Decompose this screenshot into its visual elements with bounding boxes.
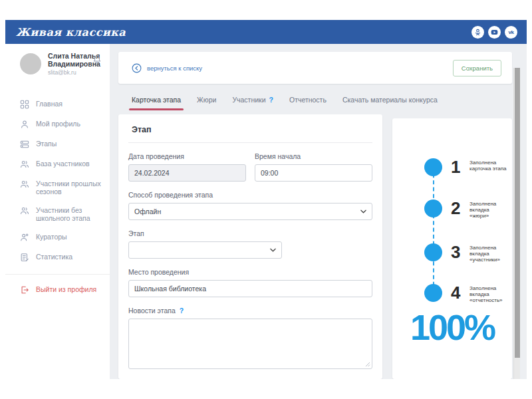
logout-icon bbox=[20, 285, 29, 295]
logo: Живая классика bbox=[16, 26, 126, 39]
stage-select[interactable] bbox=[128, 241, 282, 259]
main-content: вернуться к списку Сохранить Карточка эт… bbox=[110, 44, 520, 379]
sidebar-item-curators[interactable]: Кураторы bbox=[5, 227, 110, 247]
odnoklassniki-icon[interactable] bbox=[471, 26, 484, 39]
scrollbar-thumb[interactable] bbox=[515, 68, 520, 358]
mode-select[interactable]: Офлайн bbox=[128, 203, 372, 220]
tab-bar: Карточка этапа Жюри Участники? Отчетност… bbox=[132, 96, 438, 110]
progress-steps: 1 Заполнена карточка этапа 2 Заполнена в… bbox=[392, 118, 512, 305]
social-links: vk bbox=[471, 26, 517, 39]
tab-reporting[interactable]: Отчетность bbox=[289, 96, 327, 110]
user-box: Слита Наталья Владимировна slita@bk.ru bbox=[5, 44, 110, 82]
people-minus-icon bbox=[20, 206, 29, 215]
tab-stage-card[interactable]: Карточка этапа bbox=[132, 96, 181, 110]
tab-participants[interactable]: Участники? bbox=[232, 96, 273, 110]
people-history-icon bbox=[20, 180, 29, 189]
form-title: Этап bbox=[128, 122, 372, 143]
chevron-down-icon bbox=[270, 248, 276, 252]
sidebar: Слита Наталья Владимировна slita@bk.ru Г… bbox=[5, 44, 110, 379]
sidebar-item-past-participants[interactable]: Участники прошлых сезонов bbox=[5, 174, 110, 201]
date-label: Дата проведения bbox=[128, 152, 246, 160]
help-icon[interactable]: ? bbox=[269, 96, 273, 104]
sidebar-item-statistics[interactable]: Статистика bbox=[5, 247, 110, 267]
sidebar-divider bbox=[5, 274, 110, 275]
back-circle-icon bbox=[132, 63, 142, 73]
stage-form-card: Этап Дата проведения Время начала Способ… bbox=[118, 114, 382, 379]
sidebar-item-participants-db[interactable]: База участников bbox=[5, 154, 110, 174]
person-badge-icon bbox=[20, 233, 29, 242]
tab-download-materials[interactable]: Скачать материалы конкурса bbox=[342, 96, 438, 110]
notifications-bell-icon[interactable] bbox=[92, 55, 102, 66]
place-field[interactable] bbox=[128, 280, 372, 297]
vk-icon[interactable]: vk bbox=[505, 26, 517, 39]
avatar bbox=[20, 53, 41, 74]
report-icon bbox=[20, 253, 29, 262]
news-label: Новости этапа ? bbox=[128, 307, 372, 315]
sidebar-item-stages[interactable]: Этапы bbox=[5, 134, 110, 154]
progress-card: 1 Заполнена карточка этапа 2 Заполнена в… bbox=[392, 118, 512, 379]
vertical-scrollbar[interactable] bbox=[513, 68, 520, 379]
toolbar-card: вернуться к списку Сохранить bbox=[118, 52, 512, 84]
sidebar-item-home[interactable]: Главная bbox=[5, 94, 110, 114]
save-button-top[interactable]: Сохранить bbox=[453, 60, 501, 76]
step-dot bbox=[424, 284, 442, 302]
resize-grip-icon[interactable] bbox=[365, 362, 370, 367]
step-connector-line bbox=[433, 167, 434, 293]
people-icon bbox=[20, 160, 29, 169]
chevron-down-icon bbox=[360, 209, 366, 213]
back-to-list-link[interactable]: вернуться к списку bbox=[132, 63, 202, 73]
mode-label: Способ проведения этапа bbox=[128, 191, 372, 199]
time-field[interactable] bbox=[255, 164, 372, 182]
news-textarea[interactable] bbox=[128, 319, 372, 369]
person-icon bbox=[20, 120, 29, 129]
help-icon[interactable]: ? bbox=[180, 307, 184, 315]
sidebar-item-no-school-stage[interactable]: Участники без школьного этапа bbox=[5, 201, 110, 227]
step-dot bbox=[424, 158, 442, 176]
app-window: Живая классика vk Слита Наталья Владимир… bbox=[5, 20, 527, 379]
top-header-bar: Живая классика vk bbox=[5, 20, 527, 44]
layers-icon bbox=[20, 140, 29, 149]
completion-percent: 100% bbox=[392, 307, 512, 348]
tab-jury[interactable]: Жюри bbox=[197, 96, 216, 110]
sidebar-item-my-profile[interactable]: Мой профиль bbox=[5, 114, 110, 134]
sidebar-item-logout[interactable]: Выйти из профиля bbox=[5, 280, 110, 300]
time-label: Время начала bbox=[255, 152, 372, 160]
place-label: Место проведения bbox=[128, 268, 372, 276]
youtube-icon[interactable] bbox=[488, 26, 501, 39]
date-field[interactable] bbox=[128, 164, 246, 182]
step-dot bbox=[424, 243, 442, 261]
user-email: slita@bk.ru bbox=[48, 69, 103, 76]
sidebar-nav: Главная Мой профиль Этапы База участнико… bbox=[5, 94, 110, 300]
grid-icon bbox=[20, 100, 29, 109]
stage-label: Этап bbox=[128, 229, 372, 237]
step-dot bbox=[424, 200, 442, 217]
